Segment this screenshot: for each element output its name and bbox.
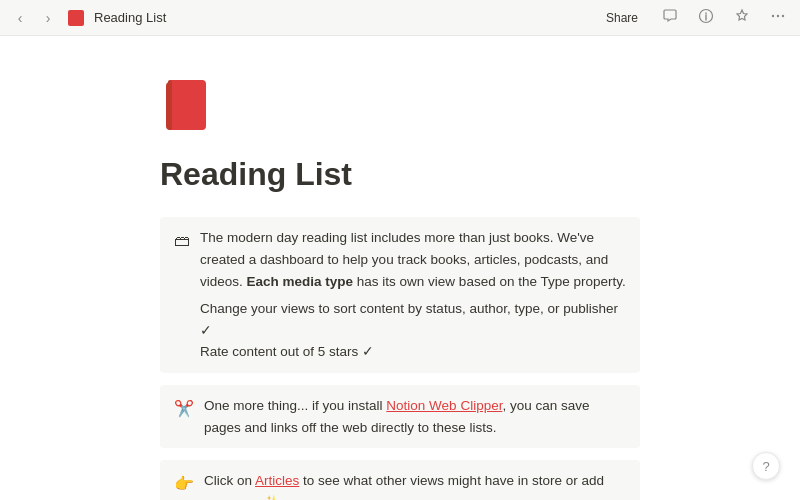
info-block-2-icon: ✂️ [174,396,194,422]
info-block-2-line1: One more thing... if you install Notion … [204,395,626,438]
info-icon [698,8,714,24]
topbar-title: Reading List [94,10,166,25]
info-block-3-text: Click on Articles to see what other view… [204,470,626,500]
comment-icon [662,8,678,24]
svg-point-3 [782,15,784,17]
page-title: Reading List [160,155,640,193]
info-block-1-line2: Change your views to sort content by sta… [200,298,626,341]
info-button[interactable] [692,6,720,29]
info-block-3-line1: Click on Articles to see what other view… [204,470,626,500]
page-icon-small [68,10,84,26]
notion-clipper-link[interactable]: Notion Web Clipper [386,398,502,413]
topbar: ‹ › Reading List Share [0,0,800,36]
svg-point-1 [772,15,774,17]
info-block-1: 🗃 The modern day reading list includes m… [160,217,640,373]
bold-media-type: Each media type [247,274,354,289]
info-block-2: ✂️ One more thing... if you install Noti… [160,385,640,448]
favorite-button[interactable] [728,6,756,29]
svg-rect-7 [168,80,172,130]
more-icon [770,8,786,24]
topbar-left: ‹ › Reading List [8,6,166,30]
info-block-3-icon: 👉 [174,471,194,497]
info-block-1-icon: 🗃 [174,228,190,254]
comment-button[interactable] [656,6,684,29]
book-icon [160,76,220,136]
info-block-1-line3: Rate content out of 5 stars ✓ [200,341,626,363]
share-button[interactable]: Share [596,8,648,28]
more-button[interactable] [764,6,792,29]
info-block-2-text: One more thing... if you install Notion … [204,395,626,438]
info-block-1-text: The modern day reading list includes mor… [200,227,626,363]
info-block-1-line1: The modern day reading list includes mor… [200,227,626,292]
svg-rect-6 [170,80,204,130]
svg-point-2 [777,15,779,17]
articles-link[interactable]: Articles [255,473,299,488]
book-icon-container [160,76,640,155]
forward-button[interactable]: › [36,6,60,30]
info-block-3: 👉 Click on Articles to see what other vi… [160,460,640,500]
topbar-right: Share [596,6,792,29]
help-label: ? [762,459,769,474]
main-content: Reading List 🗃 The modern day reading li… [0,36,800,500]
star-icon [734,8,750,24]
back-button[interactable]: ‹ [8,6,32,30]
help-button[interactable]: ? [752,452,780,480]
